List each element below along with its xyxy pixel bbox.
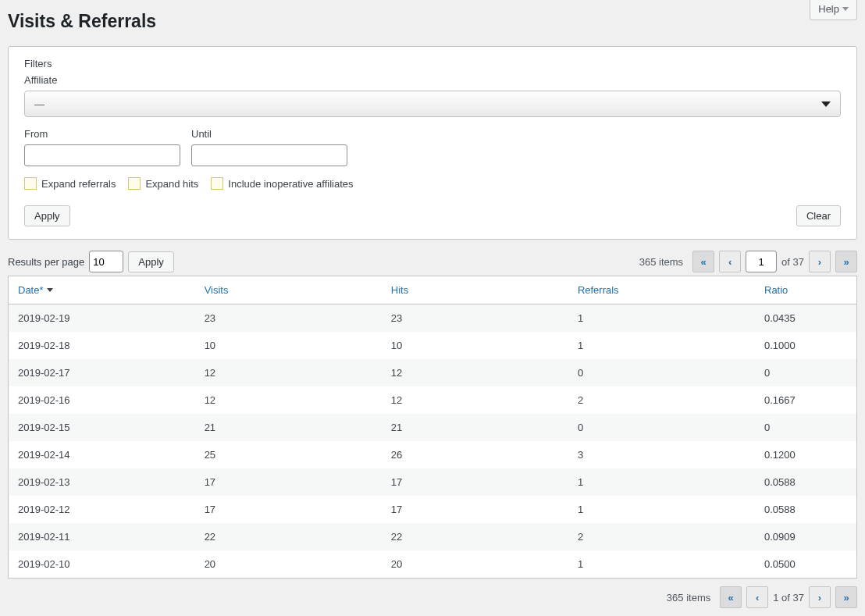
cell-date: 2019-02-13 <box>9 468 195 496</box>
affiliate-label: Affiliate <box>24 74 841 86</box>
help-button[interactable]: Help <box>810 0 857 20</box>
expand-hits-checkbox[interactable]: Expand hits <box>128 177 198 190</box>
cell-date: 2019-02-16 <box>9 386 195 414</box>
chevron-left-icon: ‹ <box>756 592 759 604</box>
table-row: 2019-02-19232310.0435 <box>9 304 857 333</box>
chevron-down-icon <box>842 7 849 11</box>
pager-prev-button-bottom[interactable]: ‹ <box>746 586 768 608</box>
cell-referrals: 2 <box>568 523 755 550</box>
cell-ratio: 0.0500 <box>755 550 857 579</box>
results-per-page-input[interactable] <box>89 251 123 272</box>
affiliate-select[interactable]: — <box>24 91 841 117</box>
expand-hits-label: Expand hits <box>145 178 198 190</box>
pager-last-button-bottom[interactable]: » <box>835 586 857 608</box>
cell-ratio: 0.0909 <box>755 523 857 550</box>
col-header-date[interactable]: Date* <box>9 276 195 304</box>
include-inoperative-checkbox[interactable]: Include inoperative affiliates <box>211 177 353 190</box>
table-row: 2019-02-12171710.0588 <box>9 496 857 523</box>
table-row: 2019-02-18101010.1000 <box>9 332 857 359</box>
cell-ratio: 0 <box>755 414 857 441</box>
chevron-right-icon: › <box>818 592 821 604</box>
cell-hits: 20 <box>382 550 568 579</box>
from-label: From <box>24 128 180 140</box>
results-table: Date* Visits Hits Referrals Ratio 2019-0… <box>8 276 857 579</box>
pager-first-button[interactable]: « <box>692 251 714 272</box>
cell-referrals: 1 <box>568 550 755 579</box>
cell-date: 2019-02-10 <box>9 550 195 579</box>
table-row: 2019-02-17121200 <box>9 359 857 386</box>
clear-filters-button[interactable]: Clear <box>796 205 841 226</box>
table-row: 2019-02-10202010.0500 <box>9 550 857 579</box>
affiliate-value: — <box>34 98 44 110</box>
cell-hits: 21 <box>382 414 568 441</box>
chevron-left-icon: ‹ <box>728 256 732 268</box>
page-of-text: of 37 <box>781 256 804 268</box>
cell-referrals: 1 <box>568 304 755 333</box>
double-chevron-left-icon: « <box>700 256 706 268</box>
sort-desc-icon <box>47 288 53 292</box>
cell-ratio: 0.0588 <box>755 496 857 523</box>
expand-referrals-checkbox[interactable]: Expand referrals <box>24 177 116 190</box>
cell-hits: 22 <box>382 523 568 550</box>
apply-filters-button[interactable]: Apply <box>24 205 70 226</box>
col-header-referrals[interactable]: Referrals <box>568 276 755 304</box>
expand-referrals-label: Expand referrals <box>41 178 116 190</box>
cell-referrals: 1 <box>568 468 755 496</box>
from-input[interactable] <box>24 144 180 166</box>
items-count-bottom: 365 items <box>667 592 710 604</box>
cell-referrals: 0 <box>568 414 755 441</box>
cell-ratio: 0.0435 <box>755 304 857 333</box>
cell-hits: 10 <box>382 332 568 359</box>
cell-date: 2019-02-11 <box>9 523 195 550</box>
page-title: Visits & Referrals <box>8 11 156 32</box>
double-chevron-right-icon: » <box>843 592 849 604</box>
cell-referrals: 3 <box>568 441 755 468</box>
cell-referrals: 1 <box>568 332 755 359</box>
apply-rpp-button[interactable]: Apply <box>128 251 174 272</box>
cell-date: 2019-02-14 <box>9 441 195 468</box>
chevron-down-icon <box>821 101 831 107</box>
table-row: 2019-02-15212100 <box>9 414 857 441</box>
col-header-ratio[interactable]: Ratio <box>755 276 857 304</box>
checkbox-icon <box>128 177 141 190</box>
col-header-visits[interactable]: Visits <box>195 276 382 304</box>
col-header-hits[interactable]: Hits <box>382 276 568 304</box>
pager-last-button[interactable]: » <box>835 251 857 272</box>
include-inoperative-label: Include inoperative affiliates <box>228 178 353 190</box>
checkbox-icon <box>211 177 223 190</box>
chevron-right-icon: › <box>818 256 821 268</box>
cell-ratio: 0.1667 <box>755 386 857 414</box>
cell-ratio: 0 <box>755 359 857 386</box>
cell-referrals: 0 <box>568 359 755 386</box>
filters-heading: Filters <box>24 58 841 69</box>
cell-hits: 17 <box>382 496 568 523</box>
pager-next-button[interactable]: › <box>809 251 831 272</box>
double-chevron-left-icon: « <box>728 592 734 604</box>
checkbox-icon <box>24 177 37 190</box>
cell-visits: 17 <box>195 468 382 496</box>
page-number-input[interactable] <box>746 251 777 272</box>
cell-visits: 20 <box>195 550 382 579</box>
cell-hits: 12 <box>382 386 568 414</box>
cell-date: 2019-02-17 <box>9 359 195 386</box>
cell-ratio: 0.0588 <box>755 468 857 496</box>
cell-visits: 12 <box>195 386 382 414</box>
cell-referrals: 1 <box>568 496 755 523</box>
until-label: Until <box>191 128 347 140</box>
cell-visits: 25 <box>195 441 382 468</box>
pager-prev-button[interactable]: ‹ <box>719 251 741 272</box>
results-per-page-label: Results per page <box>8 256 84 268</box>
table-row: 2019-02-14252630.1200 <box>9 441 857 468</box>
cell-date: 2019-02-19 <box>9 304 195 333</box>
cell-date: 2019-02-12 <box>9 496 195 523</box>
filters-card: Filters Affiliate — From Until Expand re… <box>8 46 857 240</box>
pager-first-button-bottom[interactable]: « <box>720 586 742 608</box>
until-input[interactable] <box>191 144 347 166</box>
cell-date: 2019-02-18 <box>9 332 195 359</box>
cell-ratio: 0.1200 <box>755 441 857 468</box>
table-row: 2019-02-16121220.1667 <box>9 386 857 414</box>
cell-referrals: 2 <box>568 386 755 414</box>
cell-hits: 12 <box>382 359 568 386</box>
pager-next-button-bottom[interactable]: › <box>809 586 831 608</box>
cell-visits: 21 <box>195 414 382 441</box>
